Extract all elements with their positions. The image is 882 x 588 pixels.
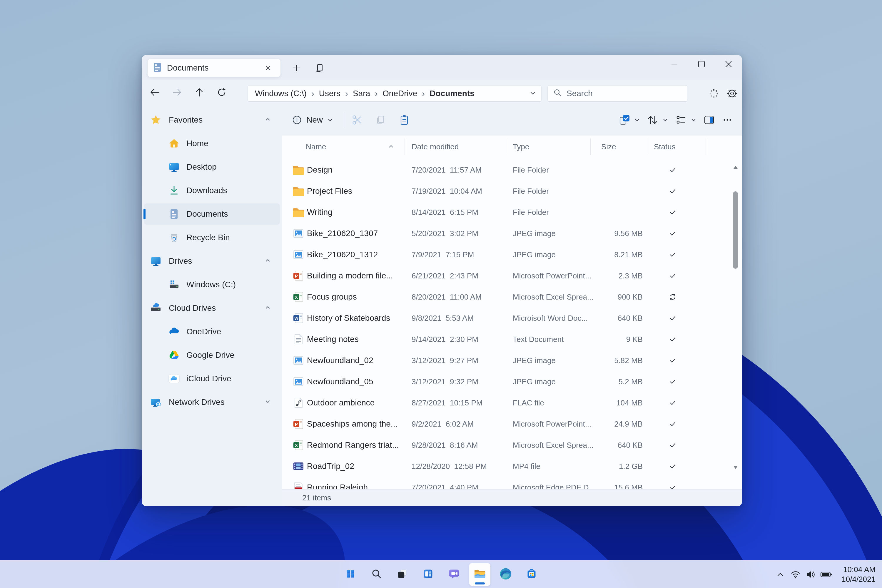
sidebar-item-onedrive[interactable]: OneDrive (142, 320, 282, 344)
details-pane-icon[interactable] (702, 112, 717, 128)
cut-icon[interactable] (350, 112, 365, 128)
breadcrumb-segment[interactable]: Documents (429, 89, 474, 98)
chevron-up-icon[interactable] (264, 304, 272, 312)
table-row[interactable]: XRedmond Rangers triat...9/28/2021 8:16 … (282, 435, 729, 456)
new-tab-button[interactable] (289, 61, 303, 75)
chat-button[interactable] (441, 563, 467, 586)
breadcrumb-separator-icon: › (422, 89, 425, 98)
view-dropdown-icon[interactable] (688, 117, 699, 123)
select-icon[interactable] (617, 112, 632, 128)
breadcrumb-segment[interactable]: Sara (353, 89, 370, 98)
table-row[interactable]: PBuilding a modern file...6/21/2021 2:43… (282, 265, 729, 286)
file-size (590, 202, 643, 223)
sidebar-item-google-drive[interactable]: Google Drive (142, 344, 282, 367)
breadcrumb-segment[interactable]: OneDrive (382, 89, 417, 98)
sidebar-item-documents[interactable]: Documents (142, 202, 282, 226)
tab-list-button[interactable] (312, 61, 326, 75)
explorer-tab[interactable]: Documents (148, 59, 280, 77)
refresh-icon[interactable] (212, 84, 231, 100)
sidebar-item-home[interactable]: Home (142, 132, 282, 155)
column-divider[interactable] (405, 138, 405, 155)
minimize-button[interactable] (661, 55, 688, 73)
chevron-up-icon[interactable] (264, 256, 272, 266)
file-explorer-button[interactable] (467, 563, 493, 586)
sidebar-item-icloud-drive[interactable]: iCloud Drive (142, 367, 282, 390)
table-row[interactable]: Project Files7/19/2021 10:04 AMFile Fold… (282, 180, 729, 202)
chevron-down-icon[interactable] (264, 398, 272, 406)
sort-icon[interactable] (645, 112, 660, 128)
settings-gear-icon[interactable] (725, 86, 739, 100)
synced-check-icon (666, 329, 679, 350)
volume-icon[interactable] (803, 566, 819, 583)
column-header-size[interactable]: Size (601, 135, 616, 158)
new-button[interactable]: New (286, 111, 339, 129)
breadcrumb-segment[interactable]: Windows (C:\) (255, 89, 307, 98)
sidebar-item-desktop[interactable]: Desktop (142, 155, 282, 179)
column-header-type[interactable]: Type (513, 135, 529, 158)
table-row[interactable]: Running Raleigh7/20/2021 4:40 PMMicrosof… (282, 477, 729, 489)
table-row[interactable]: Newfoundland_023/12/2021 9:27 PMJPEG ima… (282, 350, 729, 371)
scroll-down-icon[interactable] (733, 465, 738, 470)
sort-dropdown-icon[interactable] (660, 117, 670, 123)
table-row[interactable]: PSpaceships among the...9/2/2021 6:02 AM… (282, 413, 729, 435)
back-icon[interactable] (145, 84, 164, 100)
table-row[interactable]: Outdoor ambience8/27/2021 10:15 PMFLAC f… (282, 392, 729, 413)
file-name: Bike_210620_1312 (307, 244, 378, 265)
sidebar-section-favorites[interactable]: Favorites (142, 108, 282, 132)
wifi-icon[interactable] (788, 566, 803, 583)
maximize-button[interactable] (688, 55, 715, 73)
tab-close-icon[interactable] (261, 61, 275, 75)
address-dropdown-icon[interactable] (529, 89, 537, 98)
sidebar-section-cloud-drives[interactable]: Cloud Drives (142, 296, 282, 320)
edge-button[interactable] (493, 563, 519, 586)
paste-icon[interactable] (397, 112, 412, 128)
battery-icon[interactable] (819, 566, 834, 583)
forward-icon[interactable] (168, 84, 186, 100)
widgets-button[interactable] (415, 563, 441, 586)
up-icon[interactable] (190, 84, 209, 100)
column-header-status[interactable]: Status (654, 135, 676, 158)
view-icon[interactable] (673, 112, 688, 128)
breadcrumb-segment[interactable]: Users (319, 89, 340, 98)
copy-icon[interactable] (373, 112, 388, 128)
sidebar-item-recycle-bin[interactable]: Recycle Bin (142, 226, 282, 249)
table-row[interactable]: Design7/20/2021 11:57 AMFile Folder (282, 159, 729, 180)
image-file-icon (292, 244, 305, 265)
sidebar-item-windows-c-[interactable]: Windows (C:) (142, 273, 282, 296)
sync-spinner-icon[interactable] (707, 86, 721, 100)
task-view-button[interactable] (389, 563, 415, 586)
microsoft-store-button[interactable] (519, 563, 544, 586)
address-bar[interactable]: Windows (C:\)›Users›Sara›OneDrive›Docume… (248, 85, 542, 102)
taskbar: 10:04 AM 10/4/2021 (0, 560, 882, 588)
column-header-date[interactable]: Date modified (412, 135, 459, 158)
table-row[interactable]: XFocus groups8/20/2021 11:00 AMMicrosoft… (282, 286, 729, 308)
taskbar-clock[interactable]: 10:04 AM 10/4/2021 (842, 565, 876, 584)
more-options-icon[interactable] (720, 112, 735, 128)
table-row[interactable]: RoadTrip_0212/28/2020 12:58 PMMP4 file1.… (282, 456, 729, 477)
table-row[interactable]: Bike_210620_13127/9/2021 7:15 PMJPEG ima… (282, 244, 729, 265)
column-divider[interactable] (590, 138, 591, 155)
start-button[interactable] (338, 563, 363, 586)
taskbar-search-button[interactable] (363, 563, 389, 586)
hidden-icons-chevron-icon[interactable] (772, 566, 788, 583)
table-row[interactable]: Newfoundland_053/12/2021 9:32 PMJPEG ima… (282, 371, 729, 392)
column-header-name[interactable]: Name (306, 135, 326, 158)
recycle-bin-icon (168, 232, 180, 243)
chevron-up-icon[interactable] (264, 116, 272, 124)
sidebar-section-drives[interactable]: Drives (142, 249, 282, 273)
sidebar-item-downloads[interactable]: Downloads (142, 179, 282, 202)
close-button[interactable] (715, 55, 742, 73)
table-row[interactable]: WHistory of Skateboards9/8/2021 5:53 AMM… (282, 308, 729, 329)
column-divider[interactable] (647, 138, 647, 155)
table-row[interactable]: Meeting notes9/14/2021 2:30 PMText Docum… (282, 329, 729, 350)
svg-text:W: W (294, 316, 298, 321)
file-name: Meeting notes (307, 329, 358, 350)
scrollbar-thumb[interactable] (733, 191, 738, 269)
search-box[interactable]: Search (548, 85, 687, 102)
table-row[interactable]: Bike_210620_13075/20/2021 3:02 PMJPEG im… (282, 223, 729, 244)
table-row[interactable]: Writing8/14/2021 6:15 PMFile Folder (282, 202, 729, 223)
select-dropdown-icon[interactable] (632, 117, 642, 123)
scroll-up-icon[interactable] (733, 165, 738, 170)
sidebar-section-network-drives[interactable]: Network Drives (142, 390, 282, 414)
column-divider[interactable] (506, 138, 506, 155)
